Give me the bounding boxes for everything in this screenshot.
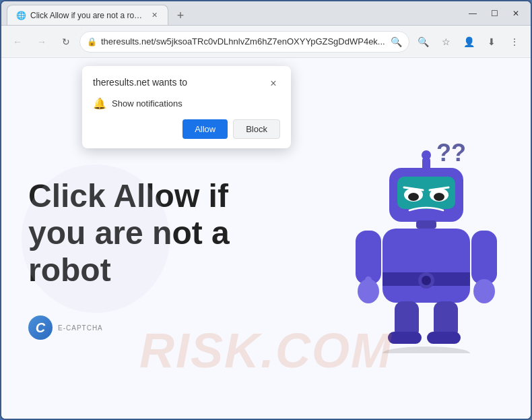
- bell-icon: 🔔: [93, 97, 106, 110]
- notification-popup: theresults.net wants to × 🔔 Show notific…: [82, 66, 291, 148]
- notification-label: Show notifications: [112, 98, 182, 109]
- popup-close-button[interactable]: ×: [267, 77, 280, 90]
- popup-title: theresults.net wants to: [93, 77, 187, 88]
- refresh-button[interactable]: ↻: [55, 31, 77, 53]
- svg-rect-24: [427, 332, 461, 344]
- minimize-button[interactable]: —: [463, 4, 482, 23]
- active-tab[interactable]: 🌐 Click Allow if you are not a robot ✕: [7, 5, 168, 25]
- svg-rect-11: [416, 220, 436, 229]
- robot-illustration: ??: [342, 124, 504, 353]
- forward-button[interactable]: →: [31, 31, 53, 53]
- search-button[interactable]: 🔍: [412, 31, 434, 53]
- address-search-icon: 🔍: [391, 36, 402, 47]
- popup-buttons: Allow Block: [93, 119, 280, 139]
- notification-row: 🔔 Show notifications: [93, 97, 280, 110]
- bookmark-button[interactable]: ☆: [435, 31, 457, 53]
- svg-rect-22: [388, 332, 422, 344]
- address-bar[interactable]: 🔒 theresults.net/sw5jksoaTRc0vDLhnlvZm6h…: [79, 31, 409, 53]
- tab-title: Click Allow if you are not a robot: [30, 11, 145, 20]
- page-content: theresults.net wants to × 🔔 Show notific…: [1, 58, 531, 419]
- download-button[interactable]: ⬇: [481, 31, 502, 53]
- nav-bar: ← → ↻ 🔒 theresults.net/sw5jksoaTRc0vDLhn…: [1, 26, 531, 58]
- watermark: RISK.COM: [139, 323, 393, 378]
- lock-icon: 🔒: [87, 37, 97, 47]
- captcha-label: E-CAPTCHA: [58, 324, 103, 332]
- close-button[interactable]: ✕: [506, 4, 525, 23]
- svg-point-25: [383, 347, 470, 353]
- menu-button[interactable]: ⋮: [504, 31, 525, 53]
- svg-text:??: ??: [436, 139, 466, 167]
- title-bar: 🌐 Click Allow if you are not a robot ✕ +…: [1, 1, 531, 26]
- new-tab-button[interactable]: +: [171, 6, 190, 25]
- popup-header: theresults.net wants to ×: [93, 77, 280, 90]
- tab-close-button[interactable]: ✕: [149, 10, 160, 21]
- nav-actions: 🔍 ☆ 👤 ⬇ ⋮: [412, 31, 525, 53]
- browser-window: 🌐 Click Allow if you are not a robot ✕ +…: [0, 0, 532, 420]
- tab-area: 🌐 Click Allow if you are not a robot ✕ +: [7, 1, 458, 25]
- svg-point-15: [422, 276, 431, 285]
- url-text: theresults.net/sw5jksoaTRc0vDLhnlvZm6hZ7…: [101, 36, 387, 47]
- tab-favicon: 🌐: [15, 10, 26, 21]
- block-button[interactable]: Block: [233, 119, 280, 139]
- svg-point-10: [422, 150, 431, 160]
- svg-rect-18: [365, 276, 372, 295]
- captcha-icon: C: [28, 316, 53, 340]
- svg-point-6: [434, 193, 444, 201]
- svg-point-5: [408, 193, 419, 201]
- allow-button[interactable]: Allow: [182, 119, 228, 139]
- maximize-button[interactable]: ☐: [485, 4, 504, 23]
- window-controls: — ☐ ✕: [463, 4, 525, 23]
- svg-rect-19: [471, 231, 497, 284]
- back-button[interactable]: ←: [7, 31, 28, 53]
- svg-rect-12: [383, 229, 470, 303]
- svg-point-20: [473, 279, 495, 303]
- bg-circle-decoration: [22, 164, 170, 313]
- account-button[interactable]: 👤: [458, 31, 479, 53]
